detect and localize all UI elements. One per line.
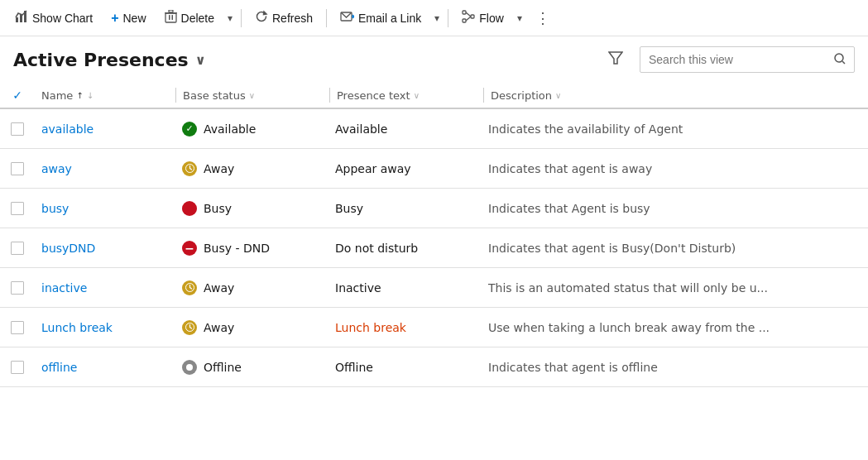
svg-rect-3: [165, 13, 176, 22]
cell-name[interactable]: away: [35, 162, 175, 175]
cell-status: Offline: [175, 360, 328, 375]
cell-description: Use when taking a lunch break away from …: [482, 321, 868, 334]
email-dropdown-button[interactable]: ▾: [431, 8, 443, 28]
flow-icon: [462, 10, 475, 26]
row-checkbox[interactable]: [11, 202, 24, 215]
title-chevron-icon[interactable]: ∨: [195, 52, 206, 68]
status-label: Away: [204, 162, 234, 175]
row-checkbox[interactable]: [11, 242, 24, 255]
table-row: busyDND Busy - DND Do not disturb Indica…: [0, 228, 868, 268]
cell-description: Indicates that Agent is busy: [482, 202, 868, 215]
row-checkbox[interactable]: [11, 321, 24, 334]
separator-1: [241, 9, 242, 27]
new-button[interactable]: + New: [103, 7, 154, 30]
refresh-button[interactable]: Refresh: [247, 6, 321, 30]
svg-line-18: [842, 61, 845, 64]
delete-button[interactable]: Delete: [156, 6, 223, 30]
status-label: Available: [204, 122, 256, 136]
status-label: Offline: [204, 361, 242, 374]
col-presence-sort-icon: ∨: [414, 91, 420, 100]
row-checkbox[interactable]: [11, 122, 24, 136]
svg-rect-12: [463, 19, 466, 22]
cell-name[interactable]: Lunch break: [35, 321, 175, 334]
column-header-presence-text[interactable]: Presence text ∨: [330, 89, 483, 102]
more-options-button[interactable]: ⋮: [529, 5, 557, 31]
cell-name[interactable]: available: [35, 122, 175, 136]
svg-rect-0: [16, 17, 18, 22]
cell-description: Indicates that agent is offline: [482, 361, 868, 374]
column-header-name[interactable]: Name ↑ ↓: [35, 89, 175, 102]
away-icon: [182, 280, 197, 295]
row-checkbox-cell: [0, 162, 35, 175]
delete-label: Delete: [181, 12, 214, 25]
flow-button[interactable]: Flow: [453, 6, 512, 30]
email-link-button[interactable]: Email a Link: [332, 7, 429, 29]
available-icon: [182, 122, 197, 137]
cell-status: Away: [175, 320, 328, 335]
new-label: New: [123, 12, 146, 25]
away-icon: [182, 320, 197, 335]
cell-name[interactable]: inactive: [35, 281, 175, 295]
show-chart-button[interactable]: Show Chart: [7, 6, 101, 30]
email-link-label: Email a Link: [358, 12, 421, 25]
cell-status: Busy: [175, 201, 328, 216]
show-chart-label: Show Chart: [32, 12, 93, 25]
chevron-down-icon-2: ▾: [434, 12, 439, 24]
more-icon: ⋮: [535, 9, 550, 27]
row-checkbox-cell: [0, 321, 35, 334]
flow-dropdown-button[interactable]: ▾: [514, 8, 525, 28]
cell-description: Indicates the availability of Agent: [482, 122, 868, 136]
checkmark-icon: ✓: [12, 89, 22, 102]
cell-status: Busy - DND: [175, 241, 328, 256]
view-title: Active Presences ∨: [13, 50, 206, 70]
cell-name[interactable]: busyDND: [35, 242, 175, 255]
cell-name[interactable]: offline: [35, 361, 175, 374]
column-header-description[interactable]: Description ∨: [484, 89, 868, 102]
svg-line-27: [189, 328, 191, 329]
row-checkbox-cell: [0, 242, 35, 255]
cell-presence-text: Available: [328, 122, 482, 136]
search-box: [640, 46, 855, 73]
table-row: offline Offline Offline Indicates that a…: [0, 347, 868, 387]
chart-icon: [15, 10, 28, 26]
view-title-text: Active Presences: [13, 50, 189, 70]
cell-description: This is an automated status that will on…: [482, 281, 868, 295]
svg-line-15: [466, 17, 471, 21]
cell-name[interactable]: busy: [35, 202, 175, 215]
refresh-icon: [255, 10, 268, 26]
cell-presence-text: Busy: [328, 202, 482, 215]
search-button[interactable]: [826, 53, 854, 67]
chevron-down-icon-3: ▾: [517, 12, 522, 24]
cell-presence-text: Lunch break: [328, 321, 482, 334]
cell-status: Away: [175, 280, 328, 295]
row-checkbox[interactable]: [11, 281, 24, 295]
column-header-base-status[interactable]: Base status ∨: [176, 89, 329, 102]
search-input[interactable]: [640, 50, 826, 69]
svg-line-24: [189, 288, 191, 290]
svg-line-21: [189, 169, 191, 170]
row-checkbox-cell: [0, 281, 35, 295]
row-checkbox-cell: [0, 122, 35, 136]
filter-button[interactable]: [602, 46, 630, 73]
column-headers: ✓ Name ↑ ↓ Base status ∨ Presence text ∨…: [0, 83, 868, 109]
svg-rect-7: [169, 10, 173, 12]
svg-point-17: [835, 54, 843, 62]
svg-rect-5: [171, 15, 173, 20]
col-description-label: Description: [491, 89, 552, 102]
col-presence-label: Presence text: [337, 89, 410, 102]
select-all-check[interactable]: ✓: [0, 89, 35, 102]
separator-3: [448, 9, 448, 27]
cell-description: Indicates that agent is away: [482, 162, 868, 175]
cell-presence-text: Inactive: [328, 281, 482, 295]
table-body: available Available Available Indicates …: [0, 109, 868, 387]
row-checkbox[interactable]: [11, 162, 24, 175]
row-checkbox[interactable]: [11, 361, 24, 374]
busy-icon: [182, 201, 197, 216]
status-label: Away: [204, 281, 234, 295]
delete-dropdown-button[interactable]: ▾: [224, 8, 236, 28]
row-checkbox-cell: [0, 202, 35, 215]
cell-presence-text: Offline: [328, 361, 482, 374]
view-header: Active Presences ∨: [0, 36, 868, 83]
table-row: Lunch break Away Lunch break Use when ta…: [0, 308, 868, 347]
refresh-label: Refresh: [272, 12, 313, 25]
